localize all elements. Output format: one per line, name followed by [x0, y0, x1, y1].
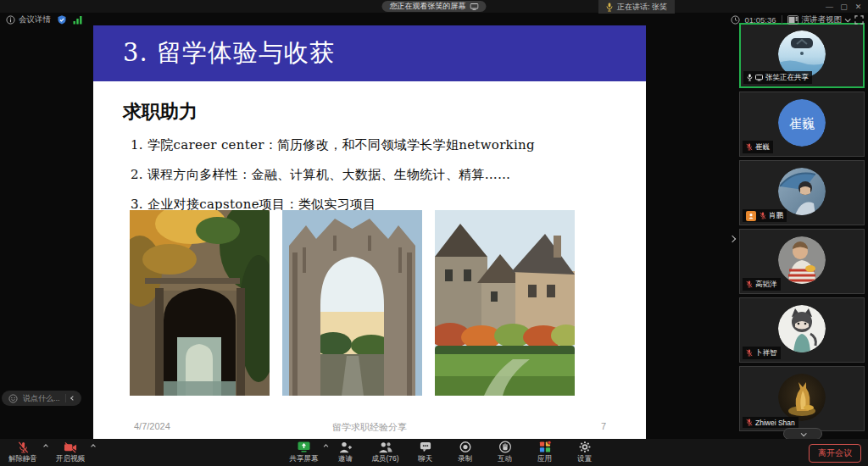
- leave-meeting-button[interactable]: 离开会议: [809, 444, 861, 463]
- share-screen-button[interactable]: 共享屏幕: [286, 440, 323, 464]
- participant-tile-xiaopeng[interactable]: 肖鹏: [739, 160, 865, 225]
- chevron-down-icon: [845, 16, 851, 22]
- mic-muted-icon: [746, 280, 753, 288]
- slide-title-banner: 3. 留学体验与收获: [93, 25, 646, 81]
- participant-name: 卜祥智: [755, 348, 777, 358]
- watching-screen-label: 您正在观看张笑的屏幕: [390, 1, 466, 12]
- participant-name-tag: 卜祥智: [743, 347, 781, 359]
- participant-name-tag: 张笑正在共享: [743, 71, 812, 84]
- chevron-up-icon[interactable]: [324, 444, 329, 449]
- invite-label: 邀请: [338, 454, 353, 464]
- screen-indicator-icon: [470, 3, 479, 10]
- start-video-button[interactable]: 开启视频: [51, 440, 90, 464]
- network-signal-icon[interactable]: [73, 15, 83, 25]
- participant-name-tag: Zhiwei Shan: [743, 417, 798, 428]
- speaking-mic-icon: [606, 3, 613, 12]
- screen-share-icon: [755, 75, 763, 81]
- maximize-button[interactable]: ▢: [837, 3, 851, 11]
- interact-hand-icon: [498, 440, 511, 454]
- mic-muted-icon: [746, 419, 753, 426]
- meeting-details-button[interactable]: 会议详情: [6, 14, 51, 25]
- participant-tile-gaotaoyang[interactable]: 高韬洋: [739, 229, 865, 294]
- security-shield-icon[interactable]: [57, 14, 67, 25]
- slide-bullet: 1. 学院career center：简历修改，和不同领域学长学姐network…: [131, 137, 646, 153]
- mic-on-icon: [747, 74, 753, 81]
- mic-muted-icon: [746, 349, 753, 357]
- view-mode-label: 演讲者视图: [802, 14, 843, 25]
- close-button[interactable]: ✕: [851, 3, 865, 11]
- avatar: 崔巍: [778, 99, 826, 147]
- settings-button[interactable]: 设置: [568, 440, 602, 464]
- invite-button[interactable]: 邀请: [329, 440, 363, 464]
- slide-photo-archway-ivy: [130, 210, 270, 396]
- share-screen-icon: [298, 440, 311, 454]
- fullscreen-icon[interactable]: [854, 15, 864, 25]
- chat-placeholder: 说点什么...: [23, 393, 60, 404]
- apps-button[interactable]: 应用: [528, 440, 562, 464]
- avatar: [778, 168, 826, 215]
- view-mode-button[interactable]: 演讲者视图: [787, 14, 850, 25]
- participant-sidebar: 张笑正在共享 崔巍 崔巍: [739, 23, 866, 435]
- apps-grid-icon: [538, 440, 551, 454]
- chevron-down-icon: [800, 430, 806, 436]
- mic-muted-icon: [760, 212, 766, 219]
- slide-bullet-list: 1. 学院career center：简历修改，和不同领域学长学姐network…: [131, 137, 646, 213]
- sidebar-collapse-handle[interactable]: [726, 230, 738, 248]
- participant-name: 肖鹏: [769, 211, 783, 221]
- chat-icon: [419, 440, 431, 454]
- start-video-label: 开启视频: [56, 454, 85, 464]
- minimize-button[interactable]: —: [822, 3, 837, 11]
- divider: [65, 394, 66, 402]
- unmute-label: 解除静音: [8, 454, 37, 464]
- participant-tile-cuiwei[interactable]: 崔巍 崔巍: [739, 92, 865, 157]
- info-icon: [6, 15, 15, 25]
- members-label: 成员(76): [371, 454, 398, 464]
- host-badge-icon: [746, 211, 756, 221]
- chevron-up-icon[interactable]: [91, 444, 96, 449]
- slide-photo-campus-houses: [435, 210, 575, 396]
- record-label: 录制: [458, 454, 472, 464]
- chat-label: 聊天: [418, 454, 432, 464]
- chevron-up-icon[interactable]: [43, 444, 48, 449]
- members-button[interactable]: 成员(76): [369, 440, 403, 464]
- apps-label: 应用: [537, 454, 552, 464]
- participant-name: Zhiwei Shan: [755, 419, 795, 427]
- avatar: [778, 305, 826, 352]
- invite-icon: [339, 440, 353, 454]
- participant-name-tag: 高韬洋: [743, 278, 781, 291]
- avatar: [778, 236, 826, 284]
- participant-tile-zhangxiao[interactable]: 张笑正在共享: [739, 23, 865, 88]
- chevron-left-icon: [70, 396, 75, 401]
- gear-icon: [578, 440, 591, 454]
- clock-icon: [731, 15, 740, 25]
- avatar: [778, 374, 826, 421]
- participant-name: 崔巍: [755, 142, 770, 153]
- window-controls: — ▢ ✕: [822, 0, 865, 13]
- participant-name: 高韬洋: [755, 280, 777, 290]
- chat-button[interactable]: 聊天: [409, 440, 442, 464]
- slide-heading: 求职助力: [123, 99, 646, 125]
- participants-scroll-down-button[interactable]: [783, 428, 822, 440]
- chevron-right-icon: [729, 236, 736, 242]
- participant-name-tag: 肖鹏: [743, 209, 787, 222]
- participant-tile-buxiangzhi[interactable]: 卜祥智: [739, 297, 865, 363]
- avatar-initials: 崔巍: [789, 116, 815, 130]
- record-button[interactable]: 录制: [448, 440, 482, 464]
- slide-photo-gothic-arch: [282, 210, 422, 396]
- shared-slide: 3. 留学体验与收获 求职助力 1. 学院career center：简历修改，…: [93, 25, 646, 439]
- meeting-timer: 01:05:36: [745, 15, 776, 25]
- interact-button[interactable]: 互动: [488, 440, 522, 464]
- participant-name: 张笑正在共享: [765, 73, 809, 83]
- slide-bullet: 2. 课程方向多样性：金融、计算机、大数据、生物统计、精算……: [131, 167, 646, 183]
- participant-tile-zhiweishan[interactable]: Zhiwei Shan: [739, 366, 865, 431]
- quick-chat-bar[interactable]: 说点什么...: [2, 391, 81, 406]
- meeting-toolbar: 解除静音 开启视频 共享屏幕 邀请: [0, 439, 868, 466]
- members-icon: [378, 440, 392, 454]
- slide-title: 3. 留学体验与收获: [123, 36, 335, 70]
- layout-icon: [787, 15, 798, 25]
- unmute-button[interactable]: 解除静音: [3, 440, 42, 464]
- speaking-label: 正在讲话: 张笑: [617, 2, 667, 13]
- slide-footer: 4/7/2024 留学求职经验分享 7: [93, 421, 646, 435]
- watching-screen-banner[interactable]: 您正在观看张笑的屏幕: [382, 1, 487, 12]
- mic-muted-icon: [746, 143, 753, 151]
